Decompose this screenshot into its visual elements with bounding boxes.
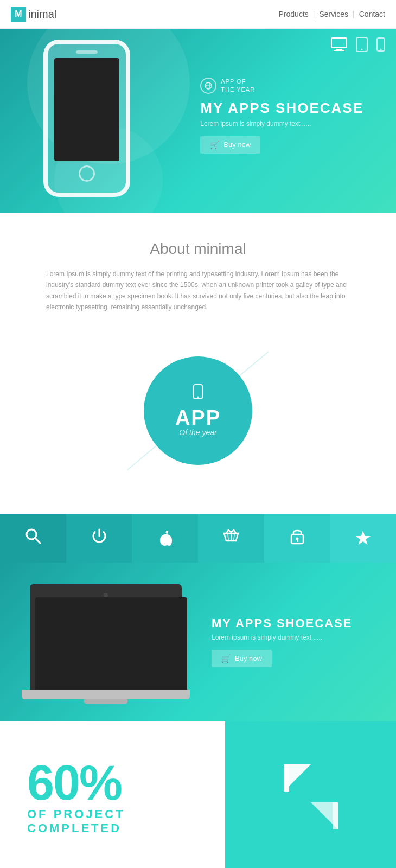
laptop-subtitle: Lorem ipsum is simply dummy text ..... [212, 634, 352, 641]
star-icon: ★ [354, 528, 372, 548]
svg-line-15 [228, 534, 228, 540]
stats-left: 60% OF PROJECT COMPLETED [0, 721, 225, 868]
main-nav: Products | Services | Contact [279, 10, 385, 18]
laptop-content: MY APPS SHOECASE Lorem ipsum is simply d… [212, 616, 352, 667]
phone-screen [54, 58, 119, 161]
svg-line-13 [35, 538, 40, 543]
stats-label1: OF PROJECT [27, 807, 198, 821]
svg-rect-21 [284, 764, 289, 792]
phone-mockup [43, 40, 152, 202]
laptop-camera [104, 593, 108, 597]
phone-home-button [79, 165, 95, 182]
stats-label2: COMPLETED [27, 821, 198, 835]
badge-text: APP OF THE YEAR [221, 78, 255, 94]
svg-line-16 [234, 534, 234, 540]
laptop-title: MY APPS SHOECASE [212, 616, 352, 630]
stats-section: 60% OF PROJECT COMPLETED [0, 721, 396, 868]
icon-bar-star[interactable]: ★ [330, 514, 396, 563]
icon-bar-search[interactable] [0, 514, 66, 563]
logo: M inimal [11, 7, 56, 22]
hero-buy-label: Buy now [223, 141, 251, 149]
about-section: About minimal Lorem Ipsum is simply dumm… [0, 213, 396, 514]
hero-badge: APP OF THE YEAR [200, 78, 363, 94]
stats-percent: 60% [27, 758, 198, 807]
search-icon [24, 527, 42, 550]
nav-sep-2: | [353, 10, 355, 18]
laptop-cart-icon: 🛒 [221, 654, 231, 663]
stats-right [225, 721, 396, 868]
icon-bar-power[interactable] [66, 514, 132, 563]
laptop-base [22, 690, 190, 699]
svg-point-11 [197, 397, 199, 398]
icon-bar-basket[interactable] [198, 514, 264, 563]
logo-text: inimal [28, 8, 56, 21]
power-icon [91, 527, 108, 549]
phone-outer [43, 40, 130, 197]
logo-icon: M [11, 7, 26, 22]
app-badge-container: APP Of the year [43, 335, 353, 487]
laptop-screen-wrapper [30, 584, 182, 690]
header: M inimal Products | Services | Contact [0, 0, 396, 29]
laptop-buy-label: Buy now [235, 654, 262, 662]
nav-services[interactable]: Services [319, 10, 348, 18]
tablet-icon[interactable] [356, 37, 368, 55]
nav-products[interactable]: Products [279, 10, 309, 18]
svg-point-6 [380, 49, 382, 50]
nav-sep-1: | [313, 10, 315, 18]
app-circle-title: APP [175, 407, 221, 428]
desktop-icon[interactable] [331, 37, 347, 55]
hero-content: APP OF THE YEAR MY APPS SHOECASE Lorem i… [200, 78, 363, 154]
icons-bar: ★ [0, 514, 396, 563]
arrows-graphic [273, 759, 349, 835]
icon-bar-lock[interactable] [264, 514, 330, 563]
icon-bar-apple[interactable] [132, 514, 198, 563]
nav-contact[interactable]: Contact [359, 10, 385, 18]
cart-icon: 🛒 [210, 141, 219, 149]
phone-speaker [76, 50, 98, 54]
badge-globe-icon [200, 78, 216, 94]
app-circle: APP Of the year [144, 356, 252, 465]
app-circle-phone-icon [190, 384, 206, 403]
device-icons [331, 37, 385, 55]
laptop-screen [35, 597, 187, 690]
about-text: Lorem Ipsum is simply dummy text of the … [46, 269, 350, 313]
hero-subtitle: Lorem ipsum is simply dummy text ..... [200, 120, 363, 127]
about-title: About minimal [43, 240, 353, 258]
basket-icon [222, 528, 240, 548]
svg-rect-0 [331, 38, 347, 48]
laptop-buy-button[interactable]: 🛒 Buy now [212, 650, 272, 667]
app-circle-sub: Of the year [179, 428, 216, 437]
mobile-icon[interactable] [376, 37, 385, 55]
hero-buy-button[interactable]: 🛒 Buy now [200, 136, 260, 154]
hero-title: MY APPS SHOECASE [200, 100, 363, 117]
lock-icon [290, 527, 304, 549]
laptop-mockup [22, 584, 190, 699]
hero-section: APP OF THE YEAR MY APPS SHOECASE Lorem i… [0, 29, 396, 213]
svg-rect-23 [333, 802, 338, 829]
laptop-section: MY APPS SHOECASE Lorem ipsum is simply d… [0, 563, 396, 721]
svg-point-4 [361, 49, 363, 50]
